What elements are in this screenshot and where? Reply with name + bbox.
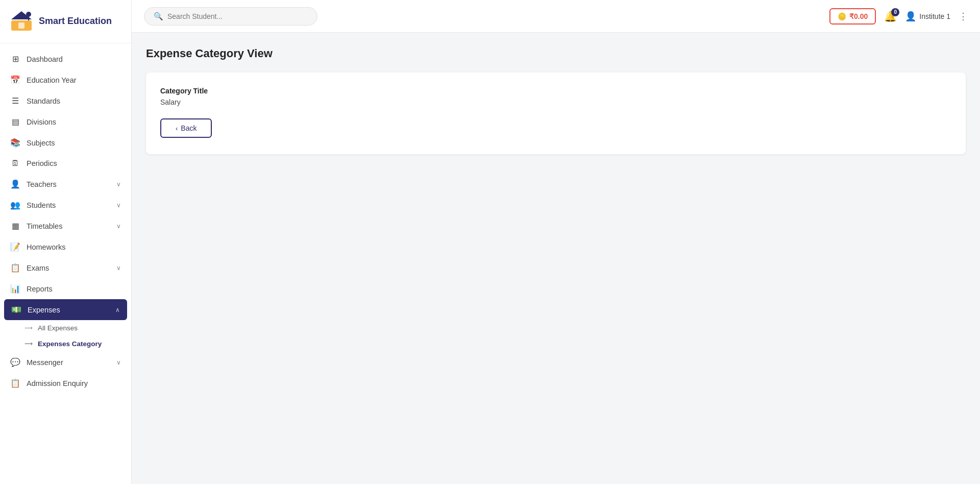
sidebar-item-reports[interactable]: 📊 Reports [0,278,131,299]
user-info[interactable]: 👤 Institute 1 [905,11,950,22]
sidebar-logo: Smart Education [0,0,131,43]
sidebar-item-standards[interactable]: ☰ Standards [0,90,131,111]
dashboard-icon: ⊞ [10,54,20,64]
content-area: Expense Category View Category Title Sal… [132,33,980,484]
sidebar-item-exams[interactable]: 📋 Exams ∨ [0,257,131,278]
expense-category-card: Category Title Salary ‹ Back [146,72,966,154]
sidebar-item-expenses-category[interactable]: ⟶ Expenses Category [0,336,131,352]
topbar: 🔍 🪙 ₹0.00 🔔 0 👤 Institute 1 ⋮ [132,0,980,33]
timetables-chevron: ∨ [116,223,121,230]
more-options-button[interactable]: ⋮ [959,11,968,22]
user-avatar-icon: 👤 [905,11,916,22]
main-area: 🔍 🪙 ₹0.00 🔔 0 👤 Institute 1 ⋮ Expense Ca… [132,0,980,484]
back-button[interactable]: ‹ Back [160,118,212,138]
sidebar-item-subjects[interactable]: 📚 Subjects [0,132,131,153]
search-icon: 🔍 [154,12,163,21]
students-icon: 👥 [10,200,20,210]
page-title: Expense Category View [146,47,966,60]
reports-icon: 📊 [10,284,20,294]
all-expenses-bullet: ⟶ [24,325,33,331]
exams-icon: 📋 [10,263,20,273]
messenger-chevron: ∨ [116,359,121,366]
search-box[interactable]: 🔍 [144,7,317,26]
subjects-icon: 📚 [10,138,20,148]
timetables-icon: ▦ [10,221,20,231]
sidebar-item-students[interactable]: 👥 Students ∨ [0,195,131,215]
teachers-icon: 👤 [10,179,20,189]
sidebar-item-expenses[interactable]: 💵 Expenses ∧ [4,299,127,320]
expenses-chevron: ∧ [115,306,120,313]
standards-icon: ☰ [10,96,20,106]
admission-enquiry-icon: 📋 [10,378,20,388]
sidebar-item-timetables[interactable]: ▦ Timetables ∨ [0,215,131,236]
divisions-icon: ▤ [10,117,20,127]
back-chevron-icon: ‹ [176,125,178,132]
logo-icon [9,9,34,34]
teachers-chevron: ∨ [116,181,121,188]
sidebar-item-admission-enquiry[interactable]: 📋 Admission Enquiry [0,373,131,394]
sidebar-item-homeworks[interactable]: 📝 Homeworks [0,236,131,257]
notification-badge: 0 [891,8,899,16]
svg-rect-2 [18,22,24,29]
wallet-icon: 🪙 [838,12,846,20]
sidebar-item-teachers[interactable]: 👤 Teachers ∨ [0,174,131,195]
sidebar: Smart Education ⊞ Dashboard 📅 Education … [0,0,132,484]
expenses-icon: 💵 [11,305,21,314]
students-chevron: ∨ [116,202,121,209]
search-input[interactable] [167,12,308,20]
expenses-category-bullet: ⟶ [24,341,33,347]
category-title-value: Salary [160,98,951,106]
balance-button[interactable]: 🪙 ₹0.00 [829,8,876,25]
app-name: Smart Education [39,16,112,27]
exams-chevron: ∨ [116,264,121,272]
sidebar-item-divisions[interactable]: ▤ Divisions [0,111,131,132]
messenger-icon: 💬 [10,357,20,367]
sidebar-item-all-expenses[interactable]: ⟶ All Expenses [0,320,131,336]
sidebar-item-messenger[interactable]: 💬 Messenger ∨ [0,352,131,373]
homeworks-icon: 📝 [10,242,20,252]
periodics-icon: 🗓 [10,159,20,168]
topbar-right: 🪙 ₹0.00 🔔 0 👤 Institute 1 ⋮ [829,8,968,25]
sidebar-nav: ⊞ Dashboard 📅 Education Year ☰ Standards… [0,43,131,484]
sidebar-item-education-year[interactable]: 📅 Education Year [0,69,131,90]
expenses-sub-nav: ⟶ All Expenses ⟶ Expenses Category [0,320,131,352]
notification-button[interactable]: 🔔 0 [884,10,897,22]
sidebar-item-dashboard[interactable]: ⊞ Dashboard [0,49,131,69]
category-title-label: Category Title [160,87,951,95]
sidebar-item-periodics[interactable]: 🗓 Periodics [0,153,131,174]
education-year-icon: 📅 [10,75,20,85]
